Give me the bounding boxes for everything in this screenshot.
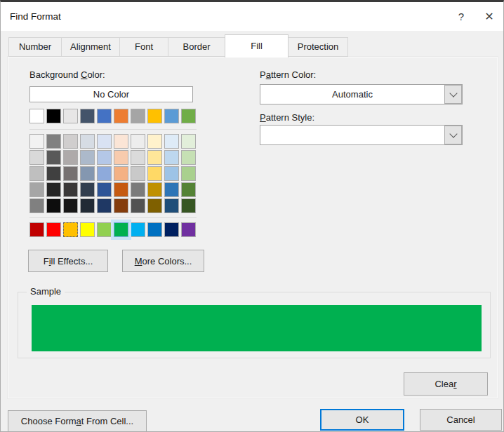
color-swatch[interactable] (80, 182, 95, 197)
color-swatch[interactable] (181, 182, 196, 197)
pattern-color-dropdown[interactable]: Automatic (260, 84, 463, 104)
color-swatch[interactable] (29, 150, 44, 165)
color-swatch[interactable] (131, 182, 145, 197)
color-swatch[interactable] (114, 182, 128, 197)
color-swatch[interactable] (63, 182, 78, 197)
color-swatch[interactable] (114, 198, 128, 213)
color-swatch[interactable] (181, 150, 196, 165)
color-swatch[interactable] (181, 134, 196, 149)
pattern-color-dropdown-button[interactable] (444, 85, 462, 104)
color-swatch[interactable] (181, 166, 196, 181)
color-swatch[interactable] (80, 166, 95, 181)
color-swatch[interactable] (164, 198, 179, 213)
color-swatch[interactable] (147, 134, 162, 149)
color-swatch[interactable] (29, 166, 44, 181)
color-swatch[interactable] (164, 109, 179, 123)
color-swatch[interactable] (29, 222, 44, 237)
pattern-style-dropdown[interactable] (260, 125, 463, 145)
color-swatch[interactable] (131, 166, 145, 181)
color-swatch[interactable] (63, 150, 78, 165)
color-swatch[interactable] (46, 222, 61, 237)
color-swatch[interactable] (114, 134, 128, 149)
sample-groupbox: Sample (18, 292, 491, 358)
color-swatch[interactable] (46, 150, 61, 165)
palette-divider (29, 217, 197, 218)
color-swatch[interactable] (80, 150, 95, 165)
color-swatch[interactable] (29, 134, 44, 149)
fill-tab-panel: Background Color: No Color Fill Effects.… (8, 57, 498, 398)
color-swatch[interactable] (29, 109, 44, 123)
tab-fill[interactable]: Fill (225, 34, 289, 58)
choose-format-from-cell-button[interactable]: Choose Format From Cell... (8, 410, 147, 432)
tab-number[interactable]: Number (8, 37, 62, 57)
color-swatch[interactable] (114, 150, 128, 165)
color-swatch[interactable] (63, 166, 78, 181)
color-swatch[interactable] (80, 134, 95, 149)
cancel-button[interactable]: Cancel (420, 409, 502, 431)
color-swatch[interactable] (97, 166, 112, 181)
palette-divider (29, 129, 197, 130)
color-swatch[interactable] (131, 109, 145, 123)
color-swatch[interactable] (131, 198, 145, 213)
help-icon[interactable]: ? (451, 2, 472, 31)
more-colors-button[interactable]: More Colors... (122, 250, 204, 272)
color-swatch[interactable] (147, 198, 162, 213)
color-swatch[interactable] (181, 222, 196, 237)
tab-alignment[interactable]: Alignment (61, 37, 120, 57)
tab-border[interactable]: Border (168, 37, 225, 57)
color-swatch[interactable] (97, 134, 112, 149)
chevron-down-icon (449, 89, 457, 97)
color-swatch[interactable] (46, 166, 61, 181)
color-swatch[interactable] (97, 182, 112, 197)
color-swatch[interactable] (147, 109, 162, 123)
color-swatch[interactable] (46, 198, 61, 213)
fill-effects-button[interactable]: Fill Effects... (28, 250, 108, 272)
color-swatch[interactable] (97, 150, 112, 165)
color-swatch[interactable] (181, 198, 196, 213)
no-color-button[interactable]: No Color (29, 86, 193, 102)
color-swatch[interactable] (80, 198, 95, 213)
color-swatch[interactable] (63, 198, 78, 213)
color-swatch[interactable] (97, 222, 112, 237)
color-swatch[interactable] (80, 109, 95, 123)
background-color-label: Background Color: (29, 69, 105, 80)
color-swatch[interactable] (46, 109, 61, 123)
color-swatch[interactable] (29, 198, 44, 213)
color-swatch[interactable] (131, 222, 145, 237)
color-swatch[interactable] (147, 182, 162, 197)
color-swatch[interactable] (147, 222, 162, 237)
color-swatch[interactable] (63, 222, 78, 237)
color-swatch[interactable] (46, 182, 61, 197)
theme-color-row (29, 109, 196, 123)
color-swatch[interactable] (164, 182, 179, 197)
pattern-color-value: Automatic (260, 85, 444, 104)
color-swatch[interactable] (63, 109, 78, 123)
color-swatch[interactable] (164, 222, 179, 237)
pattern-style-dropdown-button[interactable] (444, 126, 462, 144)
color-swatch[interactable] (63, 134, 78, 149)
tab-protection[interactable]: Protection (288, 37, 348, 57)
chevron-down-icon (449, 130, 457, 137)
color-swatch[interactable] (131, 134, 145, 149)
color-swatch[interactable] (164, 134, 179, 149)
color-swatch[interactable] (164, 150, 179, 165)
color-swatch[interactable] (114, 166, 128, 181)
color-swatch[interactable] (147, 166, 162, 181)
clear-button[interactable]: Clear (404, 372, 488, 396)
tab-font[interactable]: Font (119, 37, 168, 57)
color-swatch[interactable] (114, 109, 128, 123)
color-swatch[interactable] (97, 198, 112, 213)
window-title: Find Format (10, 2, 61, 31)
color-swatch[interactable] (131, 150, 145, 165)
pattern-style-value (260, 126, 444, 144)
color-swatch[interactable] (114, 222, 128, 237)
close-icon[interactable]: ✕ (479, 2, 500, 31)
color-swatch[interactable] (80, 222, 95, 237)
color-swatch[interactable] (97, 109, 112, 123)
color-swatch[interactable] (181, 109, 196, 123)
color-swatch[interactable] (147, 150, 162, 165)
color-swatch[interactable] (164, 166, 179, 181)
color-swatch[interactable] (29, 182, 44, 197)
color-swatch[interactable] (46, 134, 61, 149)
ok-button[interactable]: OK (320, 409, 404, 431)
